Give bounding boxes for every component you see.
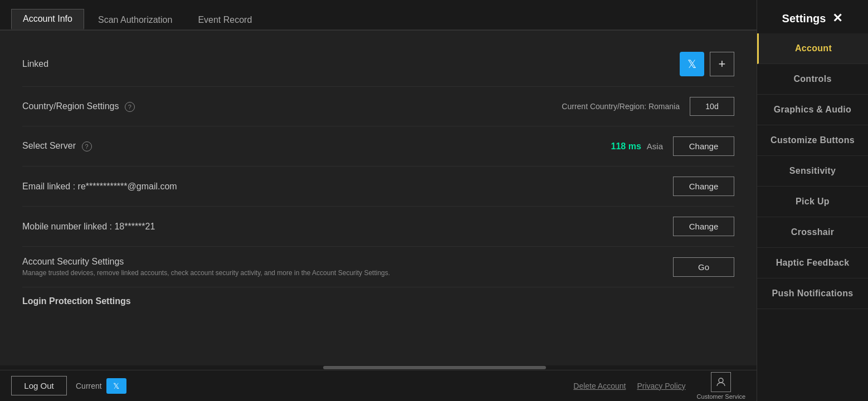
twitter-current-button[interactable]: 𝕏 xyxy=(106,378,126,394)
mobile-right: Change xyxy=(673,217,734,236)
scrollbar-thumb[interactable] xyxy=(323,366,546,369)
svg-point-0 xyxy=(719,378,723,383)
tab-event-record[interactable]: Event Record xyxy=(186,10,264,30)
country-current-text: Current Country/Region: Romania xyxy=(562,102,680,111)
security-title: Account Security Settings xyxy=(22,257,390,267)
server-label-group: Select Server ? xyxy=(22,141,92,151)
security-go-button[interactable]: Go xyxy=(673,257,734,277)
server-help-icon[interactable]: ? xyxy=(82,141,92,151)
email-change-button[interactable]: Change xyxy=(673,177,734,196)
privacy-policy-link[interactable]: Privacy Policy xyxy=(637,382,685,390)
sidebar-item-customize-buttons[interactable]: Customize Buttons xyxy=(757,125,868,156)
sidebar-item-sensitivity[interactable]: Sensitivity xyxy=(757,156,868,187)
country-help-icon[interactable]: ? xyxy=(125,102,135,112)
sidebar-item-graphics-audio[interactable]: Graphics & Audio xyxy=(757,95,868,125)
security-row: Account Security Settings Manage trusted… xyxy=(22,247,734,287)
sidebar-item-pick-up[interactable]: Pick Up xyxy=(757,187,868,217)
server-right: 118 ms Asia Change xyxy=(611,136,734,156)
linked-right: 𝕏 + xyxy=(680,52,734,76)
email-row: Email linked : re************@gmail.com … xyxy=(22,167,734,207)
server-row: Select Server ? 118 ms Asia Change xyxy=(22,126,734,167)
main-content: Account Info Scan Authorization Event Re… xyxy=(0,0,757,401)
content-area: Linked 𝕏 + Country/Region Settings ? Cur… xyxy=(0,31,757,365)
logout-button[interactable]: Log Out xyxy=(11,376,67,395)
delete-account-link[interactable]: Delete Account xyxy=(573,382,626,390)
plus-icon: + xyxy=(719,57,726,71)
security-right: Go xyxy=(673,257,734,277)
sidebar-item-haptic-feedback[interactable]: Haptic Feedback xyxy=(757,248,868,278)
footer-bar: Log Out Current 𝕏 Delete Account Privacy… xyxy=(0,370,757,401)
email-label: Email linked : re************@gmail.com xyxy=(22,182,177,192)
close-button[interactable]: ✕ xyxy=(832,11,842,26)
sidebar-item-controls[interactable]: Controls xyxy=(757,64,868,95)
settings-header: Settings ✕ xyxy=(757,6,868,31)
twitter-small-icon: 𝕏 xyxy=(113,382,119,390)
email-right: Change xyxy=(673,177,734,196)
sidebar-item-account[interactable]: Account xyxy=(757,33,868,64)
country-region-row: Country/Region Settings ? Current Countr… xyxy=(22,87,734,126)
server-name: Asia xyxy=(647,141,663,151)
sidebar-item-push-notifications[interactable]: Push Notifications xyxy=(757,278,868,309)
customer-service-label: Customer Service xyxy=(697,393,745,400)
security-label-group: Account Security Settings Manage trusted… xyxy=(22,257,390,277)
ping-value: 118 ms xyxy=(611,141,641,151)
settings-title: Settings xyxy=(782,12,826,25)
add-link-button[interactable]: + xyxy=(710,52,734,76)
login-protection-title: Login Protection Settings xyxy=(22,287,734,309)
mobile-row: Mobile number linked : 18******21 Change xyxy=(22,207,734,247)
mobile-label: Mobile number linked : 18******21 xyxy=(22,222,155,232)
country-right: Current Country/Region: Romania 10d xyxy=(562,97,734,116)
tab-account-info[interactable]: Account Info xyxy=(11,9,84,30)
twitter-link-button[interactable]: 𝕏 xyxy=(680,52,704,76)
country-iod-button[interactable]: 10d xyxy=(690,97,734,116)
linked-row: Linked 𝕏 + xyxy=(22,42,734,87)
customer-service-icon xyxy=(711,372,731,392)
server-label: Select Server xyxy=(22,141,76,150)
tab-scan-auth[interactable]: Scan Authorization xyxy=(86,10,184,30)
twitter-icon: 𝕏 xyxy=(687,57,696,71)
country-label-group: Country/Region Settings ? xyxy=(22,101,135,112)
mobile-change-button[interactable]: Change xyxy=(673,217,734,236)
security-desc: Manage trusted devices, remove linked ac… xyxy=(22,269,390,277)
customer-service-button[interactable]: Customer Service xyxy=(697,372,745,400)
footer-right: Delete Account Privacy Policy Customer S… xyxy=(573,372,745,400)
linked-label: Linked xyxy=(22,59,48,69)
country-label: Country/Region Settings xyxy=(22,101,119,111)
horizontal-scrollbar[interactable] xyxy=(0,365,757,370)
current-label: Current xyxy=(76,382,102,390)
tabs-bar: Account Info Scan Authorization Event Re… xyxy=(0,0,757,31)
sidebar: Settings ✕ Account Controls Graphics & A… xyxy=(757,0,868,401)
sidebar-items-container: Account Controls Graphics & Audio Custom… xyxy=(757,33,868,309)
sidebar-item-crosshair[interactable]: Crosshair xyxy=(757,217,868,248)
server-change-button[interactable]: Change xyxy=(673,136,734,156)
